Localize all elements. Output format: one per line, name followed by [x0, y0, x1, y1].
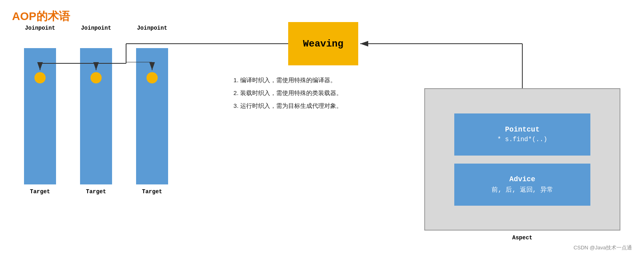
desc-item-2: 装载时织入，需使用特殊的类装载器。 — [240, 87, 342, 99]
description-list: 编译时织入，需使用特殊的编译器。 装载时织入，需使用特殊的类装载器。 运行时织入… — [232, 74, 342, 113]
joinpoint-dot-1 — [34, 72, 46, 83]
desc-item-3: 运行时织入，需为目标生成代理对象。 — [240, 100, 342, 112]
watermark: CSDN @Java技术一点通 — [574, 244, 632, 251]
advice-box: Advice 前, 后, 返回, 异常 — [454, 164, 590, 206]
advice-title: Advice — [510, 175, 536, 183]
target-container: Joinpoint Target Joinpoint Target Joinpo… — [24, 36, 168, 195]
target-label-3: Target — [142, 188, 162, 195]
advice-value: 前, 后, 返回, 异常 — [492, 186, 553, 194]
aspect-label: Aspect — [512, 235, 532, 241]
page-title: AOP的术语 — [12, 9, 70, 24]
target-label-2: Target — [86, 188, 106, 195]
target-col-1: Joinpoint Target — [24, 36, 56, 195]
pointcut-box: Pointcut * s.find*(..) — [454, 113, 590, 156]
desc-item-1: 编译时织入，需使用特殊的编译器。 — [240, 74, 342, 86]
joinpoint-label-2: Joinpoint — [81, 25, 111, 31]
target-label-1: Target — [30, 188, 50, 195]
target-bar-3 — [136, 48, 168, 184]
target-bar-2 — [80, 48, 112, 184]
target-col-3: Joinpoint Target — [136, 36, 168, 195]
joinpoint-label-1: Joinpoint — [25, 25, 55, 31]
pointcut-title: Pointcut — [505, 125, 540, 134]
pointcut-value: * s.find*(..) — [498, 136, 548, 143]
joinpoint-dot-2 — [90, 72, 102, 83]
weaving-box: Weaving — [288, 22, 358, 65]
joinpoint-label-3: Joinpoint — [137, 25, 167, 31]
joinpoint-dot-3 — [146, 72, 158, 83]
target-col-2: Joinpoint Target — [80, 36, 112, 195]
target-bar-1 — [24, 48, 56, 184]
aspect-box: Pointcut * s.find*(..) Advice 前, 后, 返回, … — [424, 88, 620, 231]
